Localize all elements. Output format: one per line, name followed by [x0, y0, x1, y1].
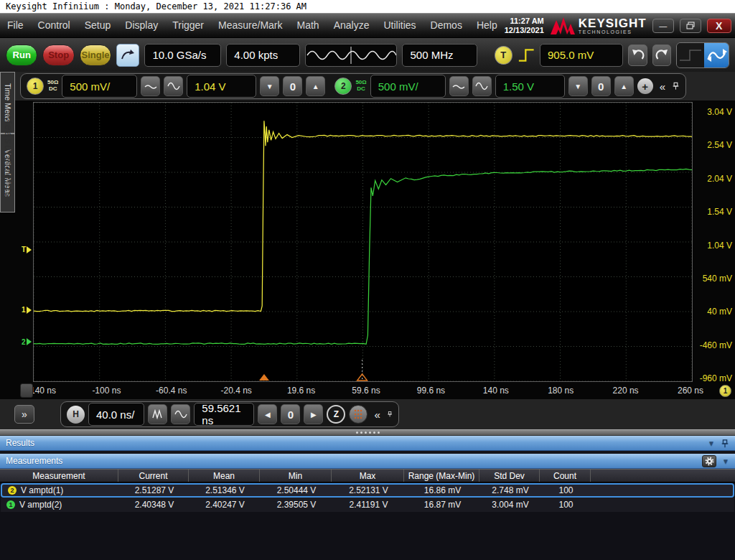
keysight-logo: KEYSIGHT TECHNOLOGIES [550, 17, 647, 35]
channel-1-ground-marker[interactable]: 1 [22, 306, 32, 314]
memory-depth-field[interactable]: 4.00 kpts [226, 44, 300, 67]
channel-1-offset-field[interactable]: 1.04 V [187, 75, 256, 98]
measurements-header[interactable]: Measurements ▼ [0, 454, 735, 469]
touch-autoscale-button[interactable] [116, 44, 139, 67]
channel-2-offset-field[interactable]: 1.50 V [495, 75, 565, 98]
timebase-scale-field[interactable]: 40.0 ns/ [88, 403, 144, 426]
run-button[interactable]: Run [6, 45, 37, 66]
channel-2-offset-zero-button[interactable]: 0 [591, 76, 611, 96]
horizontal-position-field[interactable]: 59.5621 ns [194, 403, 254, 426]
brand-name: KEYSIGHT [579, 17, 647, 29]
table-row-v-amptd-1-[interactable]: 2V amptd(1)2.51287 V2.51346 V2.50444 V2.… [1, 483, 734, 498]
timebase-zoom-out-button[interactable] [171, 404, 190, 424]
close-button[interactable]: X [707, 19, 731, 33]
column-header-range-max-min-: Range (Max-Min) [404, 470, 479, 482]
trigger-level-marker[interactable]: T [22, 246, 32, 253]
x-axis-label: 140 ns [483, 385, 509, 396]
position-zero-button[interactable]: 0 [281, 404, 300, 424]
large-wave-icon [167, 81, 180, 91]
channel-1-scale-field[interactable]: 500 mV/ [62, 75, 137, 98]
waveform-display[interactable] [33, 102, 693, 382]
position-right-button[interactable]: ▶ [304, 404, 323, 424]
channel-1-offset-up-button[interactable]: ▲ [306, 76, 325, 96]
channel-1-offset-zero-button[interactable]: 0 [283, 76, 302, 96]
minimize-button[interactable]: — [652, 19, 674, 33]
channel-1-badge[interactable]: 1 [27, 78, 44, 95]
menu-item-utilities[interactable]: Utilities [376, 14, 423, 37]
menu-item-analyze[interactable]: Analyze [327, 14, 377, 37]
menu-items: FileControlSetupDisplayTriggerMeasure/Ma… [0, 14, 505, 37]
measurement-value: 2.748 mV [480, 485, 540, 495]
menu-item-measure-mark[interactable]: Measure/Mark [211, 14, 289, 37]
measurement-badge: 1 [6, 500, 15, 509]
measurement-value: 2.51346 V [189, 485, 261, 495]
results-menu-arrow[interactable]: ▼ [708, 436, 715, 451]
channel-2-badge[interactable]: 2 [334, 78, 352, 95]
stop-button[interactable]: Stop [42, 45, 74, 66]
channel-bar: 1 50ΩDC 500 mV/ 1.04 V ▼ 0 ▲ 2 50ΩDC 500… [0, 72, 735, 101]
curved-arrow-icon [120, 48, 136, 62]
restore-icon [686, 22, 695, 29]
column-header-mean: Mean [189, 470, 260, 482]
channel-1-offset-down-button[interactable]: ▼ [260, 76, 279, 96]
menu-item-trigger[interactable]: Trigger [165, 14, 211, 37]
expand-panel-button[interactable]: » [14, 405, 34, 424]
menu-item-demos[interactable]: Demos [423, 14, 469, 37]
channel-1-coupling: 50ΩDC [47, 80, 58, 93]
channel-2-offset-up-button[interactable]: ▲ [614, 76, 634, 96]
channel-2-scale-up-button[interactable] [472, 76, 492, 96]
menu-item-file[interactable]: File [0, 14, 31, 37]
zoom-mode-button[interactable]: Z [327, 405, 345, 424]
trigger-source-badge[interactable]: T [495, 46, 512, 65]
menu-item-setup[interactable]: Setup [78, 14, 118, 37]
axis-channel-badge[interactable]: 1 [719, 385, 731, 397]
compressed-wave-icon [151, 409, 164, 419]
channel-1-scale-up-button[interactable] [164, 76, 183, 96]
restore-button[interactable] [680, 19, 701, 33]
undo-icon [631, 48, 645, 62]
channel-2-scale-field[interactable]: 500 mV/ [370, 75, 446, 98]
measurement-value: 2.50444 V [261, 485, 332, 495]
undo-button[interactable] [628, 45, 647, 66]
position-left-button[interactable]: ◀ [258, 404, 277, 424]
acquisition-wave-display[interactable] [305, 44, 397, 67]
clock: 11:27 AM 12/13/2021 [505, 17, 544, 34]
menu-item-math[interactable]: Math [290, 14, 327, 37]
waveform-arrows-icon [706, 46, 727, 65]
dots-grid-icon [352, 409, 364, 420]
segmented-memory-button[interactable] [349, 405, 368, 424]
measurements-settings-button[interactable] [702, 455, 716, 467]
trigger-level-field[interactable]: 905.0 mV [540, 44, 623, 67]
redo-button[interactable] [652, 45, 672, 66]
single-button[interactable]: Single [80, 45, 111, 66]
menu-item-help[interactable]: Help [469, 14, 505, 37]
rising-edge-icon[interactable] [518, 46, 535, 65]
measurement-value: 2.39505 V [261, 500, 332, 510]
channel-2-scale-down-button[interactable] [449, 76, 469, 96]
channel-2-ground-marker[interactable]: 2 [22, 338, 32, 346]
timebase-zoom-in-button[interactable] [148, 404, 167, 424]
column-header-current: Current [118, 470, 189, 482]
waveform-tools-button[interactable] [676, 42, 729, 68]
horizontal-badge[interactable]: H [67, 406, 85, 424]
y-axis-label: -460 mV [695, 340, 732, 351]
measurement-value: 2.51287 V [119, 485, 189, 495]
pin-icon[interactable] [672, 80, 680, 92]
channel-1-scale-down-button[interactable] [141, 76, 160, 96]
table-row-v-amptd-2-[interactable]: 1V amptd(2)2.40348 V2.40247 V2.39505 V2.… [1, 498, 734, 512]
menu-item-display[interactable]: Display [118, 14, 165, 37]
menu-item-control[interactable]: Control [31, 14, 78, 37]
gear-icon [705, 457, 714, 466]
pin-icon[interactable] [721, 439, 729, 449]
results-header[interactable]: Results ▼ [0, 436, 735, 451]
panel-splitter[interactable] [0, 429, 735, 436]
sample-rate-field[interactable]: 10.0 GSa/s [144, 44, 221, 67]
measurements-menu-arrow[interactable]: ▼ [722, 454, 729, 469]
collapse-horizontal-bar-button[interactable]: « [371, 409, 383, 421]
bandwidth-field[interactable]: 500 MHz [402, 44, 477, 67]
collapse-channel-bar-button[interactable]: « [657, 80, 668, 93]
channel-2-offset-down-button[interactable]: ▼ [568, 76, 588, 96]
measurements-watermark: Measurements [1, 115, 14, 199]
add-channel-button[interactable]: + [637, 78, 653, 94]
pin-icon[interactable] [387, 409, 393, 420]
